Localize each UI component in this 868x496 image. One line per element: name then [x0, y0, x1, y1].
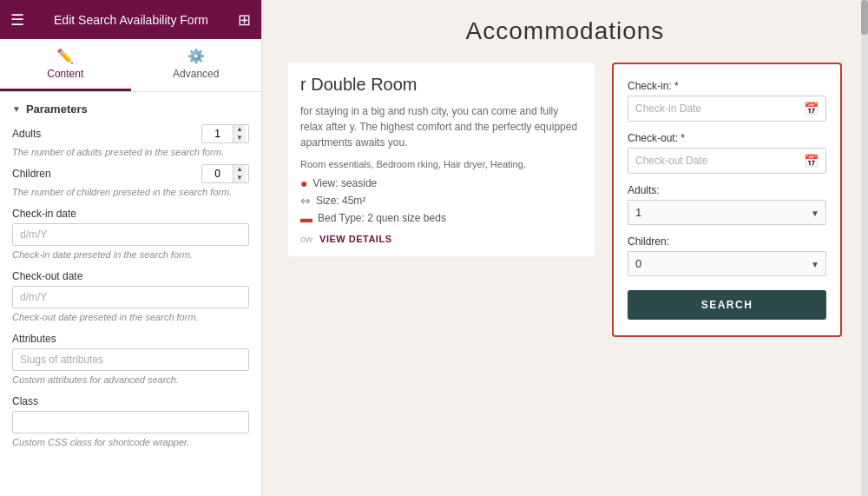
- checkin-date-row: Check-in date Check-in date preseted in …: [0, 204, 261, 265]
- adults-input[interactable]: 1: [202, 125, 233, 142]
- sf-checkin-label: Check-in: *: [628, 80, 826, 92]
- hamburger-icon[interactable]: ☰: [10, 10, 24, 30]
- checkout-date-input[interactable]: [12, 286, 249, 308]
- checkin-date-hint: Check-in date preseted in the search for…: [12, 249, 193, 260]
- panel-header: ☰ Edit Search Availability Form ⊞: [0, 0, 261, 39]
- tab-content-label: Content: [47, 68, 83, 80]
- sf-adults-select[interactable]: 1 2 3 4: [628, 200, 826, 225]
- children-spinner[interactable]: 0 ▲ ▼: [201, 164, 249, 183]
- class-input[interactable]: [12, 411, 249, 433]
- scrollbar-right[interactable]: [861, 0, 868, 496]
- checkout-calendar-icon: 📅: [804, 154, 819, 168]
- content-tab-icon: ✏️: [56, 48, 74, 64]
- list-item: ● View: seaside: [300, 176, 582, 190]
- checkin-calendar-icon: 📅: [804, 102, 819, 116]
- sf-checkin-field: Check-in: * Check-in Date 📅: [628, 80, 826, 122]
- list-item: ▬ Bed Type: 2 quen size beds: [300, 211, 582, 225]
- checkout-date-label: Check-out date: [12, 270, 249, 282]
- attributes-hint: Custom attributes for advanced search.: [12, 374, 179, 385]
- panel-title: Edit Search Availability Form: [54, 13, 208, 27]
- children-input[interactable]: 0: [202, 165, 233, 182]
- children-increment[interactable]: ▲: [233, 165, 246, 174]
- children-spinner-buttons: ▲ ▼: [233, 165, 246, 182]
- view-details-link[interactable]: VIEW DETAILS: [319, 234, 391, 244]
- panel-body: ▼ Parameters Adults 1 ▲ ▼ The number of …: [0, 92, 261, 496]
- checkout-date-hint: Check-out date preseted in the search fo…: [12, 312, 199, 322]
- attributes-input[interactable]: [12, 348, 249, 371]
- grid-icon[interactable]: ⊞: [238, 10, 251, 30]
- page-title: Accommodations: [288, 17, 842, 45]
- view-details-prefix: ow: [300, 234, 312, 244]
- sf-children-field: Children: 0 1 2 3 ▼: [628, 235, 826, 276]
- adults-increment[interactable]: ▲: [233, 125, 246, 134]
- children-decrement[interactable]: ▼: [233, 174, 246, 182]
- sf-adults-select-wrapper: 1 2 3 4 ▼: [628, 200, 826, 225]
- main-content: Accommodations r Double Room for staying…: [262, 0, 868, 496]
- room-card-inner: r Double Room for staying in a big and r…: [288, 63, 595, 256]
- bed-icon: ▬: [300, 211, 312, 225]
- sf-children-select-wrapper: 0 1 2 3 ▼: [628, 251, 826, 276]
- adults-spinner[interactable]: 1 ▲ ▼: [201, 124, 249, 143]
- adults-spinner-buttons: ▲ ▼: [233, 125, 246, 142]
- tab-advanced[interactable]: ⚙️ Advanced: [131, 39, 262, 91]
- parameters-section-header: ▼ Parameters: [0, 92, 261, 124]
- sf-children-select[interactable]: 0 1 2 3: [628, 251, 826, 276]
- sf-adults-label: Adults:: [628, 184, 826, 196]
- advanced-tab-icon: ⚙️: [187, 48, 205, 64]
- view-icon: ●: [300, 176, 307, 190]
- search-button[interactable]: SEARCH: [628, 290, 826, 320]
- sf-children-label: Children:: [628, 235, 826, 248]
- content-row: r Double Room for staying in a big and r…: [288, 63, 842, 337]
- room-card: r Double Room for staying in a big and r…: [288, 63, 595, 256]
- checkin-date-input[interactable]: [12, 223, 249, 246]
- adults-field-row: Adults 1 ▲ ▼ The number of adults preset…: [0, 124, 261, 162]
- adults-decrement[interactable]: ▼: [233, 134, 246, 142]
- attributes-label: Attributes: [12, 333, 249, 345]
- attributes-row: Attributes Custom attributes for advance…: [0, 329, 261, 390]
- children-field-row: Children 0 ▲ ▼ The number of children pr…: [0, 164, 261, 202]
- checkin-date-label: Check-in date: [12, 208, 249, 220]
- children-hint: The number of children preseted in the s…: [12, 187, 232, 197]
- tab-advanced-label: Advanced: [173, 68, 219, 80]
- main-inner: Accommodations r Double Room for staying…: [262, 0, 868, 496]
- scrollbar-thumb[interactable]: [861, 0, 868, 35]
- class-hint: Custom CSS class for shortcode wrapper.: [12, 437, 189, 447]
- sf-checkout-field: Check-out: * Check-out Date 📅: [628, 132, 826, 174]
- sf-checkout-input[interactable]: Check-out Date 📅: [628, 148, 826, 174]
- room-features-list: ● View: seaside ⇔ Size: 45m² ▬ Bed Type:…: [300, 176, 582, 225]
- feature-size: Size: 45m²: [316, 195, 365, 207]
- room-features-prefix: Room essentials, Bedroom rking, Hair dry…: [300, 159, 582, 169]
- tabs: ✏️ Content ⚙️ Advanced: [0, 39, 261, 92]
- size-icon: ⇔: [300, 194, 311, 208]
- sf-checkin-placeholder: Check-in Date: [635, 103, 701, 115]
- search-form-box: Check-in: * Check-in Date 📅 Check-out: *…: [612, 63, 842, 337]
- class-label: Class: [12, 395, 249, 407]
- sf-checkout-label: Check-out: *: [628, 132, 826, 144]
- class-row: Class Custom CSS class for shortcode wra…: [0, 392, 261, 453]
- view-details-row: ow VIEW DETAILS: [300, 234, 582, 244]
- feature-view: View: seaside: [312, 177, 377, 189]
- feature-bed: Bed Type: 2 quen size beds: [318, 212, 446, 224]
- left-panel: ☰ Edit Search Availability Form ⊞ ✏️ Con…: [0, 0, 262, 496]
- sf-adults-field: Adults: 1 2 3 4 ▼: [628, 184, 826, 225]
- tab-content[interactable]: ✏️ Content: [0, 39, 131, 91]
- sf-checkin-input[interactable]: Check-in Date 📅: [628, 96, 826, 122]
- adults-hint: The number of adults preseted in the sea…: [12, 147, 224, 157]
- sf-checkout-placeholder: Check-out Date: [635, 155, 707, 167]
- room-title: r Double Room: [300, 75, 582, 95]
- room-description: for staying in a big and rush city, you …: [300, 103, 582, 150]
- list-item: ⇔ Size: 45m²: [300, 194, 582, 208]
- section-collapse-arrow[interactable]: ▼: [12, 104, 21, 114]
- parameters-label: Parameters: [26, 103, 88, 116]
- checkout-date-row: Check-out date Check-out date preseted i…: [0, 267, 261, 327]
